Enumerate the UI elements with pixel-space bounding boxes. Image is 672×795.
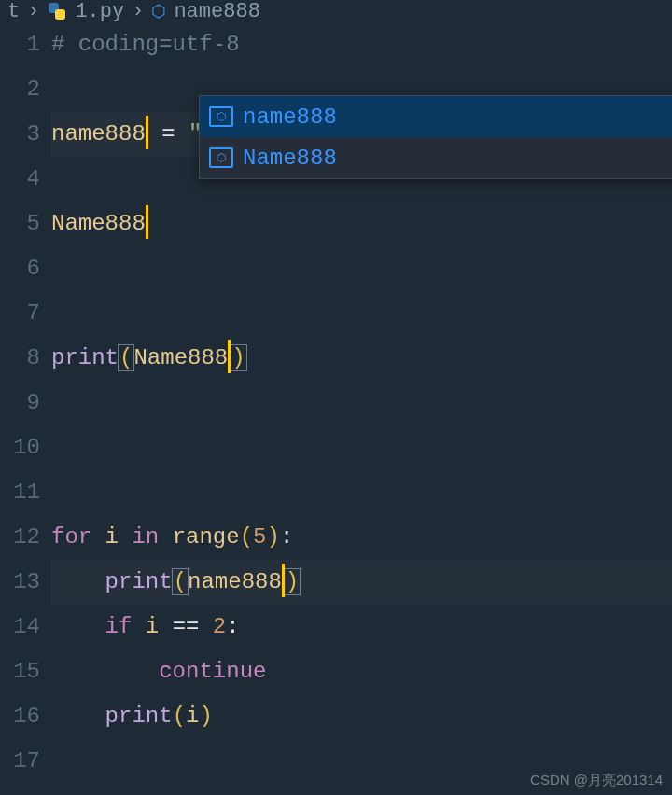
code-line[interactable] bbox=[51, 381, 672, 425]
paren-open: ( bbox=[173, 704, 186, 729]
paren-close: ) bbox=[284, 568, 301, 595]
autocomplete-popup[interactable]: ⬡ name888 ⬡ Name888 bbox=[199, 95, 672, 179]
breadcrumb-symbol[interactable]: name888 bbox=[174, 0, 259, 22]
line-number: 10 bbox=[0, 425, 40, 470]
code-line[interactable]: print(i) bbox=[51, 694, 672, 739]
line-number: 14 bbox=[0, 605, 40, 649]
variable: name888 bbox=[188, 569, 282, 594]
paren-open: ( bbox=[240, 524, 253, 550]
symbol-variable-icon: ⬡ bbox=[151, 1, 166, 21]
colon: : bbox=[226, 614, 239, 639]
text-cursor bbox=[282, 564, 285, 597]
line-number: 2 bbox=[0, 67, 40, 112]
paren-close: ) bbox=[266, 524, 279, 550]
code-line[interactable] bbox=[51, 246, 672, 291]
breadcrumb[interactable]: t › 1.py › ⬡ name888 bbox=[0, 0, 672, 22]
function-call: print bbox=[105, 569, 173, 594]
line-number: 6 bbox=[0, 246, 40, 291]
autocomplete-label: Name888 bbox=[243, 146, 337, 171]
line-number: 12 bbox=[0, 515, 40, 560]
code-line[interactable]: print(name888) bbox=[51, 560, 672, 605]
comment: # coding=utf-8 bbox=[51, 32, 240, 57]
line-number: 17 bbox=[0, 739, 40, 784]
line-number: 3 bbox=[0, 112, 40, 157]
line-number: 11 bbox=[0, 470, 40, 515]
keyword-if: if bbox=[105, 614, 133, 639]
colon: : bbox=[280, 524, 293, 550]
line-number: 15 bbox=[0, 649, 40, 694]
symbol-variable-icon: ⬡ bbox=[209, 106, 233, 127]
variable: i bbox=[186, 704, 199, 729]
operator: = bbox=[148, 121, 189, 146]
autocomplete-item[interactable]: ⬡ Name888 bbox=[200, 137, 672, 178]
variable: Name888 bbox=[51, 211, 146, 236]
text-cursor bbox=[146, 205, 148, 239]
operator-eq: == bbox=[173, 614, 200, 639]
breadcrumb-file[interactable]: 1.py bbox=[75, 0, 124, 22]
keyword-for: for bbox=[51, 524, 91, 550]
line-number: 1 bbox=[0, 22, 40, 67]
code-line[interactable] bbox=[51, 425, 672, 470]
line-number: 7 bbox=[0, 291, 40, 336]
python-file-icon bbox=[47, 1, 67, 21]
keyword-continue: continue bbox=[159, 659, 266, 684]
code-line[interactable]: continue bbox=[51, 649, 672, 694]
chevron-right-icon: › bbox=[27, 0, 39, 22]
number: 5 bbox=[253, 524, 266, 550]
function-call: print bbox=[105, 704, 173, 729]
variable: Name888 bbox=[133, 345, 228, 370]
code-line[interactable]: print(Name888) bbox=[51, 336, 672, 381]
code-line[interactable]: Name888 bbox=[51, 202, 672, 246]
text-cursor bbox=[146, 116, 148, 149]
code-line[interactable] bbox=[51, 470, 672, 515]
variable: name888 bbox=[51, 121, 146, 146]
line-number: 4 bbox=[0, 157, 40, 202]
text-cursor bbox=[228, 340, 231, 373]
autocomplete-item[interactable]: ⬡ name888 bbox=[200, 96, 672, 137]
builtin-range: range bbox=[159, 524, 239, 550]
keyword-in: in bbox=[132, 524, 159, 550]
breadcrumb-seg-truncated: t bbox=[7, 0, 20, 22]
variable: i bbox=[91, 524, 132, 550]
code-line[interactable] bbox=[51, 291, 672, 336]
symbol-variable-icon: ⬡ bbox=[209, 147, 233, 168]
line-number: 8 bbox=[0, 336, 40, 381]
function-call: print bbox=[51, 345, 119, 370]
paren-close: ) bbox=[230, 344, 246, 371]
code-line[interactable]: if i == 2: bbox=[51, 605, 672, 649]
paren-open: ( bbox=[172, 568, 189, 595]
paren-open: ( bbox=[118, 344, 134, 371]
number: 2 bbox=[199, 614, 226, 639]
watermark: CSDN @月亮201314 bbox=[530, 772, 663, 789]
code-area[interactable]: # coding=utf-8 name888 = "●文天" Name888 p… bbox=[51, 22, 672, 795]
line-number-gutter: 1 2 3 4 5 6 7 8 9 10 11 12 13 14 15 16 1… bbox=[0, 22, 51, 795]
autocomplete-label: name888 bbox=[243, 105, 337, 130]
chevron-right-icon: › bbox=[132, 0, 144, 22]
code-editor[interactable]: 1 2 3 4 5 6 7 8 9 10 11 12 13 14 15 16 1… bbox=[0, 22, 672, 795]
code-line[interactable]: # coding=utf-8 bbox=[51, 22, 672, 67]
line-number: 9 bbox=[0, 381, 40, 425]
code-line[interactable]: for i in range(5): bbox=[51, 515, 672, 560]
line-number: 13 bbox=[0, 560, 40, 605]
paren-close: ) bbox=[199, 704, 212, 729]
line-number: 16 bbox=[0, 694, 40, 739]
variable: i bbox=[132, 614, 172, 639]
line-number: 5 bbox=[0, 202, 40, 246]
